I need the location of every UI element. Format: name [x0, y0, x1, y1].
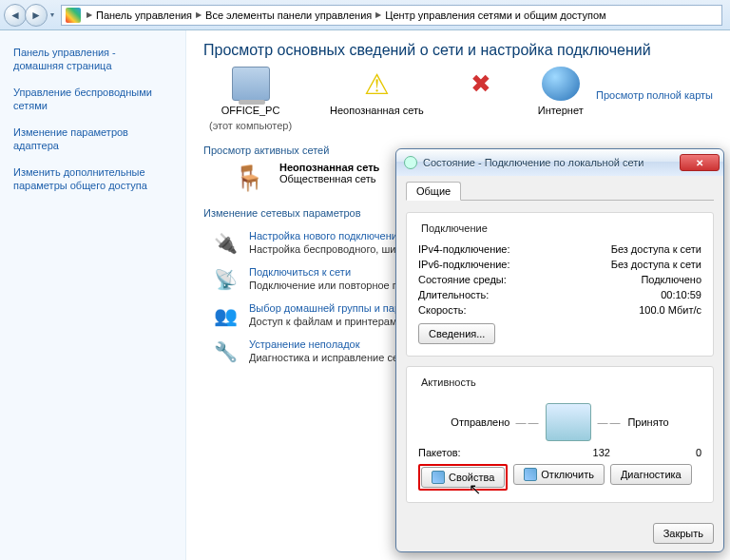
- internet-icon: [542, 67, 580, 101]
- packets-sent: 132: [593, 447, 610, 458]
- connect-link[interactable]: Подключиться к сети: [249, 266, 351, 278]
- troubleshoot-icon: 🔧: [211, 338, 240, 365]
- this-computer-sub: (этот компьютер): [209, 120, 292, 131]
- sidebar: Панель управления -домашняя страница Упр…: [0, 30, 186, 560]
- troubleshoot-desc: Диагностика и исправление сет: [249, 352, 403, 363]
- status-dialog: Состояние - Подключение по локальной сет…: [395, 148, 724, 552]
- sidebar-link-sharing[interactable]: Изменить дополнительныепараметры общего …: [13, 165, 176, 192]
- control-panel-icon: [66, 8, 81, 23]
- crumb-all-items[interactable]: Все элементы панели управления▶: [205, 10, 381, 21]
- no-internet-icon: [462, 67, 500, 101]
- duration-label: Длительность:: [418, 289, 489, 300]
- sidebar-link-wireless[interactable]: Управление беспроводнымисетями: [13, 86, 176, 112]
- close-dialog-button[interactable]: Закрыть: [653, 523, 714, 544]
- crumb-control-panel[interactable]: Панель управления▶: [96, 10, 202, 21]
- dashes-right: ——: [597, 416, 622, 428]
- ipv6-value: Без доступа к сети: [611, 259, 701, 270]
- media-label: Состояние среды:: [418, 274, 507, 285]
- properties-highlight: Свойства: [418, 464, 508, 491]
- unknown-network-icon: [357, 67, 395, 101]
- dialog-title: Состояние - Подключение по локальной сет…: [423, 157, 680, 168]
- speed-value: 100.0 Мбит/с: [639, 304, 701, 316]
- forward-button[interactable]: ►: [25, 4, 48, 27]
- media-value: Подключено: [641, 274, 701, 285]
- history-dropdown[interactable]: ▾: [48, 5, 57, 26]
- ipv6-label: IPv6-подключение:: [418, 259, 510, 270]
- breadcrumb[interactable]: ▶ Панель управления▶ Все элементы панели…: [61, 5, 722, 26]
- disable-button[interactable]: Отключить: [513, 464, 605, 485]
- connection-group: Подключение IPv4-подключение:Без доступа…: [406, 212, 714, 357]
- duration-value: 00:10:59: [661, 289, 701, 300]
- speed-label: Скорость:: [418, 304, 467, 316]
- address-bar: ◄ ► ▾ ▶ Панель управления▶ Все элементы …: [0, 0, 730, 30]
- dialog-titlebar[interactable]: Состояние - Подключение по локальной сет…: [396, 149, 723, 176]
- active-network-name: Неопознанная сеть: [279, 162, 379, 173]
- sent-label: Отправлено: [451, 416, 509, 428]
- close-button[interactable]: ✕: [680, 154, 720, 171]
- activity-group-label: Активность: [418, 377, 479, 388]
- dashes-left: ——: [515, 416, 540, 428]
- tab-general[interactable]: Общие: [406, 182, 461, 201]
- sidebar-link-home[interactable]: Панель управления -домашняя страница: [13, 46, 176, 72]
- connection-group-label: Подключение: [418, 222, 490, 234]
- active-network-kind: Общественная сеть: [279, 173, 379, 184]
- this-computer-label: OFFICE_PC: [221, 105, 280, 116]
- shield-icon: [524, 468, 537, 481]
- dialog-icon: [404, 156, 417, 169]
- internet-label: Интернет: [538, 105, 584, 116]
- page-heading: Просмотр основных сведений о сети и наст…: [203, 42, 713, 59]
- new-connection-link[interactable]: Настройка нового подключени: [249, 230, 397, 241]
- ipv4-label: IPv4-подключение:: [418, 243, 510, 255]
- ipv4-value: Без доступа к сети: [611, 243, 701, 255]
- homegroup-icon: 👥: [211, 302, 240, 329]
- details-button[interactable]: Сведения...: [418, 323, 495, 344]
- properties-button[interactable]: Свойства: [421, 467, 505, 488]
- shield-icon: [432, 471, 445, 484]
- new-connection-icon: 🔌: [211, 230, 240, 257]
- this-computer-icon: [232, 67, 270, 101]
- activity-computer-icon: [546, 403, 591, 441]
- crumb-network-center[interactable]: Центр управления сетями и общим доступом: [385, 10, 605, 21]
- sidebar-link-adapter[interactable]: Изменение параметровадаптера: [13, 126, 176, 152]
- packets-label: Пакетов:: [418, 447, 461, 458]
- back-button[interactable]: ◄: [4, 4, 27, 27]
- homegroup-link[interactable]: Выбор домашней группы и пар: [249, 302, 400, 314]
- packets-recv: 0: [696, 447, 701, 458]
- diagnose-button[interactable]: Диагностика: [610, 464, 692, 485]
- tab-strip: Общие: [406, 182, 714, 201]
- unknown-network-label: Неопознанная сеть: [330, 105, 424, 116]
- full-map-link[interactable]: Просмотр полной карты: [596, 89, 713, 101]
- activity-group: Активность Отправлено —— —— Принято Паке…: [406, 366, 714, 503]
- connect-icon: 📡: [211, 266, 240, 293]
- troubleshoot-link[interactable]: Устранение неполадок: [249, 338, 360, 350]
- public-network-icon: 🪑: [228, 162, 270, 194]
- recv-label: Принято: [627, 416, 668, 428]
